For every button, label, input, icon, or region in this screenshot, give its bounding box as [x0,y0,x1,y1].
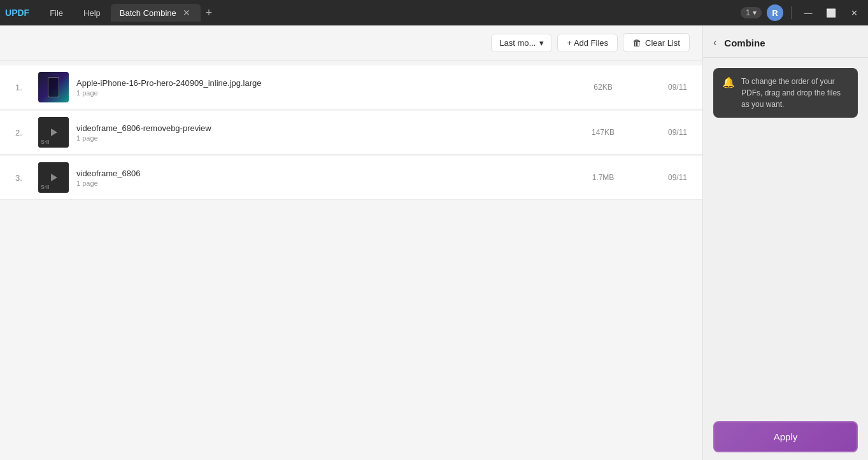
sort-label: Last mo... [499,38,536,48]
file-info: Apple-iPhone-16-Pro-hero-240909_inline.j… [76,78,570,97]
file-name: Apple-iPhone-16-Pro-hero-240909_inline.j… [76,78,570,88]
file-pages: 1 page [76,89,570,97]
table-row[interactable]: 2. S·II videoframe_6806-removebg-preview… [0,111,702,155]
trash-icon: 🗑 [632,38,641,48]
file-size: 62KB [578,83,629,92]
apply-button[interactable]: Apply [713,421,858,452]
add-files-label: + Add Files [567,38,608,48]
panel-back-button[interactable]: ‹ [711,36,719,50]
bell-icon: 🔔 [722,76,735,88]
file-thumbnail: S·II [38,162,69,193]
table-row[interactable]: 1. Apple-iPhone-16-Pro-hero-240909_inlin… [0,66,702,109]
panel-title: Combine [724,38,765,48]
menu-bar: File Help [39,6,111,20]
titlebar-right: 1 ▾ R — ⬜ ✕ [741,4,863,22]
file-pages: 1 page [76,179,570,187]
file-number: 2. [15,128,31,137]
user-count-label: 1 [746,8,750,17]
file-date: 09/11 [636,173,687,182]
file-size: 147KB [578,128,629,137]
right-panel: ‹ Combine 🔔 To change the order of your … [702,25,868,460]
sort-chevron-icon: ▾ [539,38,544,48]
add-files-button[interactable]: + Add Files [557,34,618,52]
file-thumbnail [38,72,69,102]
chevron-down-icon: ▾ [753,8,757,17]
panel-body: 🔔 To change the order of your PDFs, drag… [703,58,868,414]
file-info: videoframe_6806 1 page [76,169,570,187]
file-name: videoframe_6806 [76,169,570,178]
file-number: 1. [15,83,31,92]
tabs-area: Batch Combine ✕ + [111,4,741,22]
user-count[interactable]: 1 ▾ [741,7,762,18]
file-size: 1.7MB [578,173,629,182]
clear-list-button[interactable]: 🗑 Clear List [623,33,690,52]
panel-footer: Apply [703,414,868,460]
file-pages: 1 page [76,134,570,142]
titlebar: UPDF File Help Batch Combine ✕ + 1 ▾ R —… [0,0,868,25]
info-text: To change the order of your PDFs, drag a… [741,76,849,110]
file-list: 1. Apple-iPhone-16-Pro-hero-240909_inlin… [0,60,702,460]
file-number: 3. [15,173,31,183]
tab-label: Batch Combine [120,8,176,18]
info-box: 🔔 To change the order of your PDFs, drag… [713,68,858,118]
tab-batch-combine[interactable]: Batch Combine ✕ [111,4,201,22]
sort-button[interactable]: Last mo... ▾ [491,34,552,52]
main-layout: Last mo... ▾ + Add Files 🗑 Clear List 1.… [0,25,868,460]
panel-header: ‹ Combine [703,25,868,58]
file-date: 09/11 [636,83,687,92]
minimize-button[interactable]: — [799,4,817,22]
maximize-button[interactable]: ⬜ [822,4,840,22]
menu-file[interactable]: File [39,6,73,20]
file-date: 09/11 [636,128,687,137]
clear-list-label: Clear List [645,38,680,48]
new-tab-button[interactable]: + [201,5,218,21]
content-area: Last mo... ▾ + Add Files 🗑 Clear List 1.… [0,25,702,460]
app-logo: UPDF [5,8,29,18]
menu-help[interactable]: Help [73,6,111,20]
table-row[interactable]: 3. S·II videoframe_6806 1 page 1.7MB 09/… [0,156,702,200]
file-name: videoframe_6806-removebg-preview [76,123,570,133]
tab-close-icon[interactable]: ✕ [181,8,192,18]
file-info: videoframe_6806-removebg-preview 1 page [76,123,570,142]
close-button[interactable]: ✕ [845,4,863,22]
avatar[interactable]: R [767,4,783,21]
file-toolbar: Last mo... ▾ + Add Files 🗑 Clear List [0,25,702,60]
file-thumbnail: S·II [38,117,69,148]
